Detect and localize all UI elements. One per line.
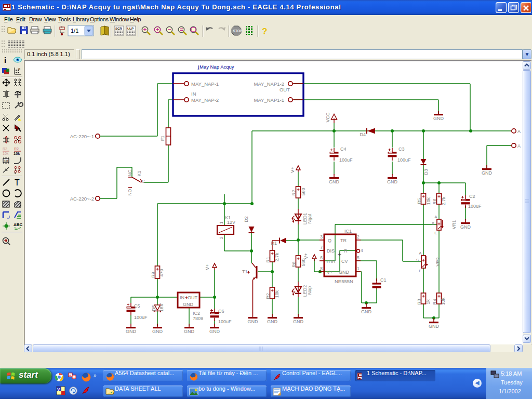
svg-text:10k: 10k <box>426 197 431 205</box>
svg-text:VCC: VCC <box>325 112 330 123</box>
svg-text:6: 6 <box>320 255 323 260</box>
svg-text:18V: 18V <box>159 303 164 312</box>
svg-text:7: 7 <box>320 245 323 250</box>
svg-text:R2: R2 <box>265 293 271 299</box>
svg-text:E: E <box>419 269 421 273</box>
svg-text:R7: R7 <box>291 190 297 196</box>
svg-text:R4: R4 <box>432 299 437 305</box>
svg-text:C5: C5 <box>134 303 140 309</box>
svg-text:R3: R3 <box>417 299 422 305</box>
svg-text:100uF: 100uF <box>218 319 232 324</box>
svg-text:101: 101 <box>4 159 9 163</box>
svg-text:100uF: 100uF <box>468 204 482 209</box>
svg-text:OUT: OUT <box>280 87 290 92</box>
svg-text:2.7k: 2.7k <box>274 252 280 262</box>
svg-text:GND: GND <box>329 179 340 184</box>
svg-text:MAY_NAP-1: MAY_NAP-1 <box>191 81 219 87</box>
svg-text:GND: GND <box>433 116 444 121</box>
svg-text:C2: C2 <box>469 194 475 199</box>
svg-text:10k: 10k <box>274 290 280 298</box>
svg-text:100uF: 100uF <box>339 157 353 163</box>
svg-text:C4: C4 <box>340 147 347 152</box>
svg-text:V+: V+ <box>205 264 210 270</box>
svg-text:K1: K1 <box>137 171 142 177</box>
svg-text:5: 5 <box>357 255 360 260</box>
svg-text:IN: IN <box>191 91 196 97</box>
svg-text:D2: D2 <box>244 216 249 222</box>
svg-text:AC-220~-1: AC-220~-1 <box>70 134 94 139</box>
svg-text:A: A <box>419 251 422 256</box>
svg-text:8: 8 <box>320 266 323 271</box>
svg-text:GND: GND <box>361 309 372 314</box>
svg-text:GND: GND <box>387 179 398 184</box>
svg-text:GND: GND <box>267 319 278 324</box>
svg-text:SCR: SCR <box>115 27 122 30</box>
svg-text:VR2: VR2 <box>435 257 441 267</box>
svg-text:R5: R5 <box>417 198 422 204</box>
svg-text:1/1: 1/1 <box>71 28 78 34</box>
svg-text:R: R <box>344 248 348 254</box>
svg-text:1: 1 <box>357 266 360 271</box>
svg-text:CV: CV <box>341 259 348 264</box>
svg-text:IC1: IC1 <box>344 229 352 234</box>
svg-text:ABC: ABC <box>14 222 23 227</box>
svg-text:TR: TR <box>340 238 347 243</box>
svg-text:V+: V+ <box>290 167 295 172</box>
svg-text:GND: GND <box>248 319 259 324</box>
svg-text:D4: D4 <box>360 132 366 137</box>
svg-text:GND: GND <box>184 329 195 334</box>
svg-text:THR: THR <box>326 259 336 264</box>
svg-text:Q: Q <box>328 238 331 243</box>
svg-text:D1: D1 <box>271 241 277 246</box>
svg-text:u: u <box>69 374 71 377</box>
svg-text:E: E <box>434 231 437 235</box>
svg-text:GND: GND <box>339 270 350 275</box>
svg-text:2: 2 <box>219 236 224 239</box>
svg-text:10k: 10k <box>14 151 20 156</box>
svg-text:Nap: Nap <box>307 286 312 295</box>
svg-text:7809: 7809 <box>193 316 203 321</box>
svg-text:»: » <box>94 373 97 378</box>
svg-text:GND: GND <box>126 329 137 334</box>
svg-text:AC-220~-2: AC-220~-2 <box>70 196 94 202</box>
svg-text:ULP: ULP <box>127 27 134 30</box>
svg-text:D3: D3 <box>423 169 429 175</box>
svg-text:4: 4 <box>361 248 363 253</box>
svg-text:DIS: DIS <box>327 248 335 254</box>
svg-text:V+: V+ <box>303 253 309 259</box>
svg-text:R1: R1 <box>265 257 271 263</box>
svg-text:F1: F1 <box>160 136 165 141</box>
svg-text:VR1: VR1 <box>451 220 457 230</box>
svg-text:D5: D5 <box>151 305 156 311</box>
svg-text:STOP: STOP <box>233 29 243 33</box>
svg-text:?: ? <box>262 26 267 36</box>
svg-text:2: 2 <box>357 234 360 240</box>
svg-text:NC: NC <box>127 170 132 176</box>
svg-text:R2: R2 <box>3 147 7 151</box>
svg-text:GND: GND <box>429 324 440 329</box>
svg-text:S: S <box>432 221 434 226</box>
svg-text:2.7k: 2.7k <box>441 196 446 206</box>
svg-text:V: V <box>57 387 60 392</box>
svg-text:Ngat: Ngat <box>307 214 312 224</box>
svg-text:12V: 12V <box>227 220 235 225</box>
svg-text:C3: C3 <box>398 147 405 152</box>
svg-text:IN: IN <box>180 295 184 300</box>
svg-text:470: 470 <box>159 269 164 276</box>
svg-text:10k: 10k <box>3 152 9 155</box>
svg-text:GND: GND <box>460 224 471 230</box>
svg-text:A: A <box>517 129 521 134</box>
svg-text:100uF: 100uF <box>397 157 411 163</box>
svg-text:MAY_NAP1-1: MAY_NAP1-1 <box>254 97 284 103</box>
svg-text:1k: 1k <box>425 299 431 304</box>
svg-text:GND: GND <box>293 319 304 324</box>
svg-text:MAY_NAP1-2: MAY_NAP1-2 <box>254 81 284 87</box>
svg-text:n: n <box>73 376 74 379</box>
svg-text:C1: C1 <box>380 277 387 283</box>
svg-text:C: C <box>142 179 145 184</box>
svg-text:NE555N: NE555N <box>335 278 353 284</box>
svg-text:A: A <box>434 215 437 219</box>
svg-text:GND: GND <box>209 329 220 334</box>
svg-text:i: i <box>4 56 6 64</box>
svg-text:IC2: IC2 <box>193 311 200 316</box>
